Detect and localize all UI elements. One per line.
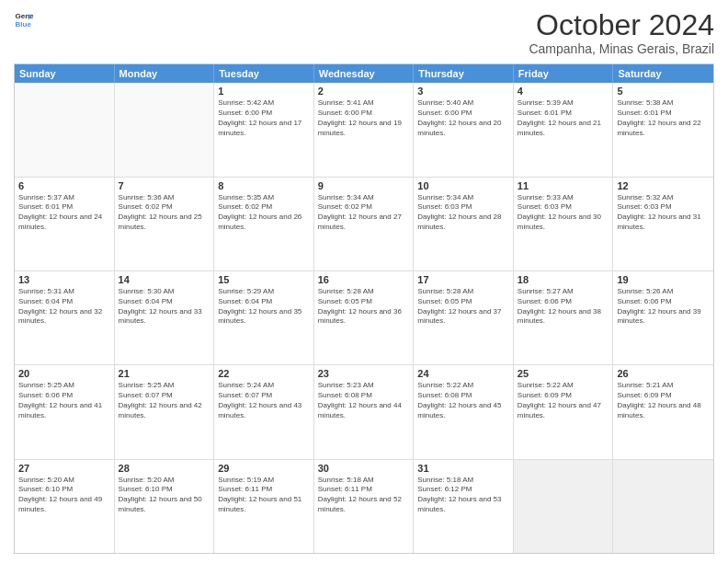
calendar-cell: 24Sunrise: 5:22 AM Sunset: 6:08 PM Dayli… [414,365,514,458]
day-number: 30 [318,463,410,474]
calendar-cell [514,460,614,553]
day-header-monday: Monday [115,64,215,83]
day-number: 10 [417,180,509,191]
day-header-tuesday: Tuesday [214,64,314,83]
cell-info: Sunrise: 5:23 AM Sunset: 6:08 PM Dayligh… [318,381,410,420]
day-header-friday: Friday [514,64,614,83]
calendar-cell: 2Sunrise: 5:41 AM Sunset: 6:00 PM Daylig… [314,83,415,176]
day-number: 9 [318,180,410,191]
cell-info: Sunrise: 5:24 AM Sunset: 6:07 PM Dayligh… [218,381,310,420]
calendar-cell: 25Sunrise: 5:22 AM Sunset: 6:09 PM Dayli… [514,365,614,458]
calendar-cell: 18Sunrise: 5:27 AM Sunset: 6:06 PM Dayli… [514,271,614,364]
calendar-cell: 8Sunrise: 5:35 AM Sunset: 6:02 PM Daylig… [214,178,314,270]
cell-info: Sunrise: 5:27 AM Sunset: 6:06 PM Dayligh… [518,287,609,327]
calendar-cell: 21Sunrise: 5:25 AM Sunset: 6:07 PM Dayli… [115,365,215,458]
day-number: 25 [518,368,609,379]
calendar-cell: 13Sunrise: 5:31 AM Sunset: 6:04 PM Dayli… [15,271,115,364]
cell-info: Sunrise: 5:40 AM Sunset: 6:00 PM Dayligh… [417,98,509,138]
cell-info: Sunrise: 5:29 AM Sunset: 6:04 PM Dayligh… [218,287,310,327]
day-number: 3 [417,86,509,97]
cell-info: Sunrise: 5:21 AM Sunset: 6:09 PM Dayligh… [617,381,710,420]
calendar-cell: 19Sunrise: 5:26 AM Sunset: 6:06 PM Dayli… [613,271,713,364]
day-number: 22 [218,368,310,379]
day-number: 2 [318,86,410,97]
day-number: 26 [617,368,710,379]
cell-info: Sunrise: 5:20 AM Sunset: 6:10 PM Dayligh… [119,476,210,515]
day-number: 13 [18,274,110,285]
calendar-cell: 15Sunrise: 5:29 AM Sunset: 6:04 PM Dayli… [214,271,314,364]
calendar-cell: 1Sunrise: 5:42 AM Sunset: 6:00 PM Daylig… [214,83,314,176]
calendar: SundayMondayTuesdayWednesdayThursdayFrid… [14,63,714,554]
cell-info: Sunrise: 5:25 AM Sunset: 6:06 PM Dayligh… [18,381,110,420]
day-header-saturday: Saturday [613,64,713,83]
day-number: 24 [417,368,509,379]
calendar-cell: 20Sunrise: 5:25 AM Sunset: 6:06 PM Dayli… [15,365,115,458]
day-number: 1 [218,86,310,97]
cell-info: Sunrise: 5:20 AM Sunset: 6:10 PM Dayligh… [18,476,110,515]
calendar-cell [613,460,713,553]
calendar-cell: 23Sunrise: 5:23 AM Sunset: 6:08 PM Dayli… [314,365,415,458]
cell-info: Sunrise: 5:28 AM Sunset: 6:05 PM Dayligh… [318,287,410,327]
page: General Blue October 2024 Campanha, Mina… [0,0,728,563]
calendar-cell: 10Sunrise: 5:34 AM Sunset: 6:03 PM Dayli… [414,178,514,270]
day-header-sunday: Sunday [15,64,115,83]
calendar-cell: 7Sunrise: 5:36 AM Sunset: 6:02 PM Daylig… [115,178,215,270]
calendar-cell: 31Sunrise: 5:18 AM Sunset: 6:12 PM Dayli… [414,460,514,553]
cell-info: Sunrise: 5:41 AM Sunset: 6:00 PM Dayligh… [318,98,410,138]
calendar-row-2: 6Sunrise: 5:37 AM Sunset: 6:01 PM Daylig… [15,178,713,271]
calendar-cell: 5Sunrise: 5:38 AM Sunset: 6:01 PM Daylig… [613,83,713,176]
calendar-cell: 26Sunrise: 5:21 AM Sunset: 6:09 PM Dayli… [613,365,713,458]
day-number: 29 [218,463,310,474]
cell-info: Sunrise: 5:31 AM Sunset: 6:04 PM Dayligh… [18,287,110,327]
day-number: 16 [318,274,410,285]
calendar-body: 1Sunrise: 5:42 AM Sunset: 6:00 PM Daylig… [15,83,713,553]
cell-info: Sunrise: 5:34 AM Sunset: 6:03 PM Dayligh… [417,193,509,233]
cell-info: Sunrise: 5:36 AM Sunset: 6:02 PM Dayligh… [119,193,210,233]
logo-icon: General Blue [14,9,34,29]
month-title: October 2024 [529,9,714,41]
day-number: 23 [318,368,410,379]
day-number: 27 [18,463,110,474]
calendar-cell: 4Sunrise: 5:39 AM Sunset: 6:01 PM Daylig… [514,83,614,176]
cell-info: Sunrise: 5:18 AM Sunset: 6:12 PM Dayligh… [417,476,509,515]
day-number: 7 [119,180,210,191]
day-number: 28 [119,463,210,474]
day-number: 18 [518,274,609,285]
day-number: 21 [119,368,210,379]
calendar-cell: 16Sunrise: 5:28 AM Sunset: 6:05 PM Dayli… [314,271,415,364]
cell-info: Sunrise: 5:19 AM Sunset: 6:11 PM Dayligh… [218,476,310,515]
day-number: 31 [417,463,509,474]
cell-info: Sunrise: 5:34 AM Sunset: 6:02 PM Dayligh… [318,193,410,233]
cell-info: Sunrise: 5:37 AM Sunset: 6:01 PM Dayligh… [18,193,110,233]
day-number: 5 [617,86,710,97]
calendar-row-3: 13Sunrise: 5:31 AM Sunset: 6:04 PM Dayli… [15,271,713,365]
calendar-header: SundayMondayTuesdayWednesdayThursdayFrid… [15,64,713,83]
calendar-cell: 12Sunrise: 5:32 AM Sunset: 6:03 PM Dayli… [613,178,713,270]
cell-info: Sunrise: 5:38 AM Sunset: 6:01 PM Dayligh… [617,98,710,138]
day-header-wednesday: Wednesday [314,64,415,83]
location: Campanha, Minas Gerais, Brazil [529,41,714,56]
calendar-cell: 9Sunrise: 5:34 AM Sunset: 6:02 PM Daylig… [314,178,415,270]
day-number: 20 [18,368,110,379]
calendar-cell: 14Sunrise: 5:30 AM Sunset: 6:04 PM Dayli… [115,271,215,364]
day-header-thursday: Thursday [414,64,514,83]
cell-info: Sunrise: 5:33 AM Sunset: 6:03 PM Dayligh… [518,193,609,233]
cell-info: Sunrise: 5:26 AM Sunset: 6:06 PM Dayligh… [617,287,710,327]
cell-info: Sunrise: 5:35 AM Sunset: 6:02 PM Dayligh… [218,193,310,233]
cell-info: Sunrise: 5:22 AM Sunset: 6:09 PM Dayligh… [518,381,609,420]
calendar-cell: 28Sunrise: 5:20 AM Sunset: 6:10 PM Dayli… [115,460,215,553]
cell-info: Sunrise: 5:22 AM Sunset: 6:08 PM Dayligh… [417,381,509,420]
calendar-row-5: 27Sunrise: 5:20 AM Sunset: 6:10 PM Dayli… [15,460,713,553]
day-number: 6 [18,180,110,191]
day-number: 8 [218,180,310,191]
svg-text:Blue: Blue [15,20,31,29]
calendar-row-1: 1Sunrise: 5:42 AM Sunset: 6:00 PM Daylig… [15,83,713,177]
title-block: October 2024 Campanha, Minas Gerais, Bra… [529,9,714,56]
day-number: 12 [617,180,710,191]
calendar-row-4: 20Sunrise: 5:25 AM Sunset: 6:06 PM Dayli… [15,365,713,459]
header: General Blue October 2024 Campanha, Mina… [14,9,714,56]
calendar-cell: 29Sunrise: 5:19 AM Sunset: 6:11 PM Dayli… [214,460,314,553]
calendar-cell [115,83,215,176]
day-number: 15 [218,274,310,285]
calendar-cell: 3Sunrise: 5:40 AM Sunset: 6:00 PM Daylig… [414,83,514,176]
